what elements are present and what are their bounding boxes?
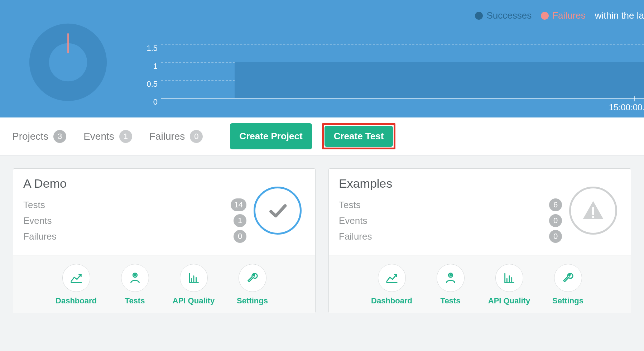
- nav-label: API Quality: [173, 296, 215, 306]
- svg-point-4: [134, 275, 136, 276]
- doctor-icon: [437, 264, 465, 292]
- nav-label: API Quality: [488, 296, 530, 306]
- hero-chart-panel: Successes Failures within the la 1.5 1 0…: [0, 0, 644, 117]
- project-nav: Dashboard Tests API Quality Settings: [329, 255, 631, 313]
- nav-label: Tests: [441, 296, 461, 306]
- summary-projects-label: Projects: [12, 131, 48, 142]
- summary-events[interactable]: Events 1: [83, 130, 132, 143]
- wrench-icon: [239, 264, 266, 292]
- stat-value: 0: [549, 230, 562, 243]
- stat-label: Tests: [339, 199, 549, 211]
- project-card: A Demo Tests 14 Events 1 Failures 0: [13, 168, 316, 313]
- stat-label: Events: [23, 215, 234, 226]
- wrench-icon: [554, 264, 582, 292]
- toolbar-actions: Create Project Create Test: [230, 123, 395, 149]
- create-project-button[interactable]: Create Project: [230, 123, 312, 149]
- nav-api-quality[interactable]: API Quality: [172, 264, 215, 306]
- svg-point-13: [448, 273, 452, 277]
- bar-chart-icon: [495, 264, 523, 292]
- summary-toolbar: Projects 3 Events 1 Failures 0 Create Pr…: [0, 117, 644, 155]
- summary-failures-count: 0: [190, 130, 203, 143]
- create-test-button[interactable]: Create Test: [325, 126, 393, 147]
- summary-events-label: Events: [83, 131, 114, 142]
- nav-tests[interactable]: Tests: [429, 264, 472, 306]
- stat-failures: Failures 0: [23, 229, 246, 244]
- doctor-icon: [121, 264, 149, 292]
- summary-events-count: 1: [119, 130, 132, 143]
- stat-value: 14: [231, 198, 246, 211]
- y-tick: 0.5: [136, 80, 158, 98]
- svg-point-3: [133, 273, 137, 277]
- project-title[interactable]: Examples: [339, 177, 562, 191]
- chart-line-icon: [62, 264, 90, 292]
- stat-value: 1: [234, 214, 246, 227]
- project-title[interactable]: A Demo: [23, 177, 246, 191]
- nav-label: Dashboard: [371, 296, 412, 306]
- stat-label: Failures: [339, 231, 549, 242]
- stat-failures: Failures 0: [339, 229, 562, 244]
- summary-failures[interactable]: Failures 0: [149, 130, 203, 143]
- nav-label: Settings: [237, 296, 268, 306]
- status-ok-icon: [254, 187, 302, 235]
- svg-point-11: [592, 216, 594, 218]
- stat-value: 0: [234, 230, 246, 243]
- success-bar: [235, 62, 644, 98]
- bar-chart-icon: [180, 264, 208, 292]
- x-tick-label: 15:00:00.000: [609, 102, 644, 112]
- project-cards: A Demo Tests 14 Events 1 Failures 0: [0, 155, 644, 326]
- nav-settings[interactable]: Settings: [231, 264, 274, 306]
- nav-dashboard[interactable]: Dashboard: [55, 264, 98, 306]
- summary-failures-label: Failures: [149, 131, 185, 142]
- y-tick: 1: [136, 62, 158, 80]
- chart-line-icon: [378, 264, 406, 292]
- stat-label: Events: [339, 215, 549, 226]
- nav-label: Tests: [125, 296, 145, 306]
- y-tick: 1.5: [136, 44, 158, 62]
- x-tick: [634, 96, 635, 101]
- nav-tests[interactable]: Tests: [114, 264, 157, 306]
- stat-value: 0: [549, 214, 562, 227]
- nav-label: Settings: [552, 296, 583, 306]
- summary-projects[interactable]: Projects 3: [12, 130, 66, 143]
- stat-label: Failures: [23, 231, 234, 242]
- status-warn-icon: [569, 187, 617, 235]
- stat-tests: Tests 6: [339, 197, 562, 213]
- stat-events: Events 0: [339, 213, 562, 229]
- donut-chart: [0, 7, 136, 117]
- stat-events: Events 1: [23, 213, 246, 229]
- stat-value: 6: [549, 198, 562, 211]
- y-axis: 1.5 1 0.5 0: [136, 44, 158, 116]
- check-icon: [266, 199, 289, 222]
- project-nav: Dashboard Tests API Quality Settings: [13, 255, 315, 313]
- stat-label: Tests: [23, 199, 231, 211]
- nav-api-quality[interactable]: API Quality: [488, 264, 531, 306]
- plot-area: 15:00:00.000: [161, 44, 644, 98]
- donut-svg: [29, 23, 107, 102]
- summary-counts: Projects 3 Events 1 Failures 0: [12, 130, 203, 143]
- stat-tests: Tests 14: [23, 197, 246, 213]
- timeline-chart: 1.5 1 0.5 0 15:00:00.000: [136, 7, 644, 117]
- nav-dashboard[interactable]: Dashboard: [370, 264, 413, 306]
- nav-label: Dashboard: [56, 296, 97, 306]
- highlight-annotation: Create Test: [322, 123, 396, 149]
- y-tick: 0: [136, 98, 158, 116]
- project-card: Examples Tests 6 Events 0 Failures 0: [328, 168, 631, 313]
- warning-triangle-icon: [580, 198, 606, 223]
- nav-settings[interactable]: Settings: [547, 264, 590, 306]
- svg-point-14: [450, 275, 451, 276]
- summary-projects-count: 3: [53, 130, 66, 143]
